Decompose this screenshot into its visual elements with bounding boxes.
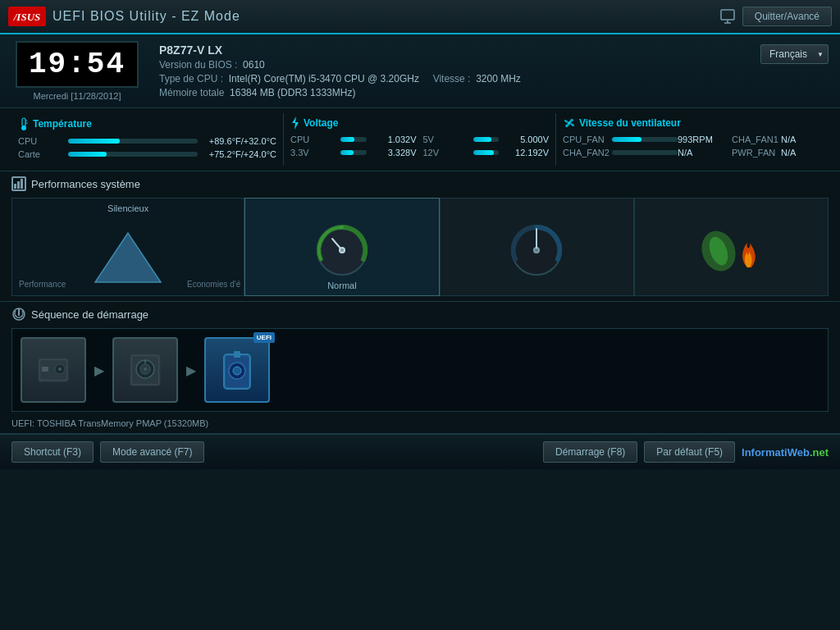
volt-5v-label: 5V	[423, 135, 468, 144]
svg-point-6	[21, 126, 26, 130]
boot-arrow-1: ▶	[94, 363, 104, 378]
cpu-type-row: Type de CPU : Intel(R) Core(TM) i5-3470 …	[159, 73, 744, 84]
svg-rect-29	[42, 367, 48, 372]
asus-logo-icon: /ISUS	[8, 7, 46, 26]
temp-carte-row: Carte +75.2°F/+24.0°C	[18, 149, 276, 159]
header: /ISUS UEFI BIOS Utility - EZ Mode Quitte…	[0, 0, 840, 34]
volt-33-bar-bg	[340, 150, 367, 155]
bios-version-label: Version du BIOS :	[159, 59, 237, 71]
selected-device-label: UEFI: TOSHIBA TransMemory PMAP (15320MB)	[11, 418, 829, 428]
voltage-dual: CPU 1.032V 3.3V 3.328V 5V	[290, 135, 549, 161]
boot-device-1-wrapper	[21, 337, 86, 403]
header-logo: /ISUS UEFI BIOS Utility - EZ Mode	[8, 7, 240, 26]
silent-label: Silencieux	[107, 203, 148, 213]
temperature-icon	[18, 116, 30, 131]
performance-icon	[11, 176, 26, 191]
watermark-blue: InformatiWeb	[742, 446, 810, 459]
clock-display: 19:54	[16, 41, 139, 88]
boot-device-3[interactable]	[204, 337, 270, 403]
boot-section: Séquence de démarrage ▶	[0, 302, 840, 433]
default-button[interactable]: Par défaut (F5)	[644, 441, 735, 463]
voltage-panel: Voltage CPU 1.032V 3.3V 3.328V	[284, 113, 556, 166]
temp-cpu-bar-fill	[68, 139, 120, 144]
volt-cpu-row: CPU 1.032V	[290, 135, 417, 144]
temperature-panel: Température CPU +89.6°F/+32.0°C Carte +7…	[11, 113, 284, 166]
language-selector-area: Français English Deutsch 日本語	[760, 41, 829, 101]
monitor-icon	[719, 8, 736, 25]
temp-carte-bar-bg	[68, 152, 198, 157]
volt-5v-bar-fill	[473, 137, 491, 142]
footer: Shortcut (F3) Mode avancé (F7) Démarrage…	[0, 433, 840, 469]
svg-rect-5	[22, 118, 25, 126]
svg-rect-2	[721, 10, 734, 20]
speed-value: 3200 MHz	[476, 73, 521, 84]
svg-marker-9	[292, 116, 299, 130]
temp-carte-value: +75.2°F/+24.0°C	[203, 149, 276, 159]
temp-cpu-label: CPU	[18, 136, 63, 146]
cpu-type-value: Intel(R) Core(TM) i5-3470 CPU @ 3.20GHz	[229, 73, 419, 84]
boot-devices-container: ▶ ▶ UEFI	[11, 328, 829, 412]
performance-section: Performances système Silencieux Performa…	[0, 171, 840, 302]
speed-label: Vitesse :	[433, 73, 471, 84]
fan-pwr-label: PWR_FAN	[732, 148, 781, 158]
perf-option-extreme[interactable]	[634, 198, 829, 296]
boot-device-1[interactable]	[21, 337, 86, 403]
fan-left-col: CPU_FAN 993RPM CHA_FAN2 N/A	[563, 135, 719, 161]
fan-cha1-label: CHA_FAN1	[732, 135, 781, 144]
temp-cpu-bar-bg	[68, 139, 198, 144]
language-dropdown[interactable]: Français English Deutsch 日本語	[760, 44, 829, 64]
volt-33-bar-fill	[340, 150, 354, 155]
voltage-title: Voltage	[290, 116, 549, 130]
hdd-icon	[127, 349, 163, 390]
performance-sub-label: Performance	[19, 280, 66, 289]
voltage-col-left: CPU 1.032V 3.3V 3.328V	[290, 135, 417, 161]
startup-button[interactable]: Démarrage (F8)	[543, 441, 637, 463]
voltage-title-text: Voltage	[304, 117, 338, 129]
svg-point-36	[144, 368, 147, 371]
boot-device-2-wrapper	[112, 337, 178, 403]
fan-rows: CPU_FAN 993RPM CHA_FAN2 N/A CHA_FAN1	[563, 135, 822, 161]
temp-cpu-row: CPU +89.6°F/+32.0°C	[18, 136, 276, 146]
fan-panel: Vitesse du ventilateur CPU_FAN 993RPM CH…	[556, 113, 829, 166]
fan-cpu-value: 993RPM	[678, 135, 719, 144]
volt-5v-row: 5V 5.000V	[423, 135, 550, 144]
volt-12v-bar-bg	[473, 150, 500, 155]
shortcut-button[interactable]: Shortcut (F3)	[11, 441, 94, 463]
voltage-icon	[290, 116, 300, 130]
temp-cpu-value: +89.6°F/+32.0°C	[203, 136, 276, 146]
economy-sub-label: Economies d'é	[187, 280, 240, 289]
usb-drive-icon	[219, 348, 255, 393]
advanced-mode-button[interactable]: Mode avancé (F7)	[100, 441, 204, 463]
perf-option-gaming[interactable]	[440, 198, 634, 296]
footer-right: Démarrage (F8) Par défaut (F5) Informati…	[543, 441, 829, 463]
fan-cha2-label: CHA_FAN2	[563, 148, 612, 158]
optical-drive-icon	[35, 352, 71, 388]
date-display: Mercredi [11/28/2012]	[33, 91, 121, 101]
svg-rect-13	[21, 179, 23, 189]
uefi-badge: UEFI	[253, 332, 275, 343]
quit-button[interactable]: Quitter/Avancé	[742, 7, 832, 26]
boot-device-2[interactable]	[112, 337, 178, 403]
language-wrapper[interactable]: Français English Deutsch 日本語	[760, 44, 829, 64]
watermark-green: .net	[810, 446, 829, 459]
perf-option-normal[interactable]: Normal	[244, 198, 439, 296]
extreme-gauge	[694, 214, 768, 280]
power-icon	[11, 307, 26, 322]
boot-title-text: Séquence de démarrage	[31, 308, 148, 321]
clock-area: 19:54 Mercredi [11/28/2012]	[11, 41, 143, 101]
fan-title-text: Vitesse du ventilateur	[579, 117, 681, 129]
fan-cpu-bar-bg	[612, 137, 678, 142]
cpu-type-label: Type de CPU :	[159, 73, 223, 84]
volt-12v-bar-fill	[473, 150, 494, 155]
fan-cha2-row: CHA_FAN2 N/A	[563, 148, 719, 158]
bios-version-value: 0610	[243, 59, 265, 71]
perf-option-silent[interactable]: Silencieux Performance Economies d'é	[11, 198, 244, 296]
volt-cpu-bar-bg	[340, 137, 367, 142]
fan-pwr-row: PWR_FAN N/A	[732, 148, 822, 158]
watermark: InformatiWeb.net	[742, 446, 829, 459]
memory-value: 16384 MB (DDR3 1333MHz)	[230, 87, 355, 98]
bios-version-row: Version du BIOS : 0610	[159, 59, 744, 71]
system-info: P8Z77-V LX Version du BIOS : 0610 Type d…	[159, 41, 744, 101]
volt-5v-value: 5.000V	[504, 135, 549, 144]
boot-device-3-wrapper: UEFI	[204, 337, 270, 403]
